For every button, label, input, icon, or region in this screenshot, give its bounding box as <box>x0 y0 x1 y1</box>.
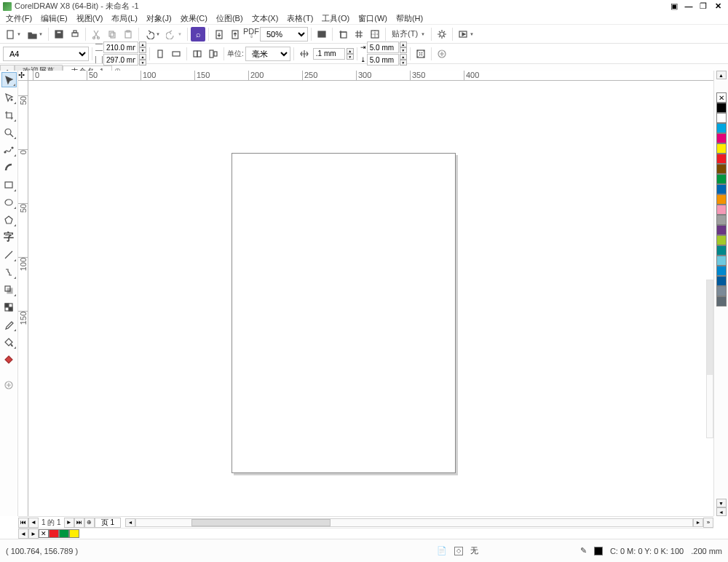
options-button[interactable] <box>435 27 449 41</box>
print-button[interactable] <box>68 27 82 41</box>
menu-item[interactable]: 视图(V) <box>72 13 108 24</box>
doc-palette-left[interactable]: ◄ <box>18 529 28 539</box>
menu-item[interactable]: 表格(T) <box>282 13 317 24</box>
overflow-icon[interactable]: ▣ <box>667 1 681 12</box>
cut-button[interactable] <box>89 27 103 41</box>
menu-item[interactable]: 窗口(W) <box>354 13 392 24</box>
search-content-button[interactable]: ⌕ <box>191 27 205 41</box>
menu-item[interactable]: 文本(X) <box>248 13 283 24</box>
no-color-swatch-2[interactable]: ✕ <box>39 529 49 538</box>
save-button[interactable] <box>52 27 66 41</box>
artistic-media-tool[interactable] <box>1 159 17 175</box>
color-swatch[interactable] <box>716 205 727 215</box>
quick-customize-button[interactable] <box>1 377 17 392</box>
minimize-button[interactable]: — <box>681 1 696 12</box>
color-swatch[interactable] <box>716 276 727 286</box>
show-rulers-button[interactable] <box>336 27 350 41</box>
new-button[interactable]: ▼ <box>3 27 23 41</box>
menu-item[interactable]: 帮助(H) <box>392 13 427 24</box>
page-size-select[interactable]: A4 <box>3 47 89 61</box>
ellipse-tool[interactable] <box>1 194 17 210</box>
color-swatch[interactable] <box>716 133 727 143</box>
menu-item[interactable]: 编辑(E) <box>36 13 72 24</box>
nudge-input[interactable] <box>313 48 345 60</box>
connector-tool[interactable] <box>1 264 17 280</box>
dup-y-input[interactable] <box>367 54 399 66</box>
zoom-tool[interactable] <box>1 124 17 140</box>
shape-tool[interactable] <box>1 90 17 105</box>
color-swatch[interactable] <box>716 286 727 296</box>
menu-item[interactable]: 对象(J) <box>142 13 176 24</box>
polygon-tool[interactable] <box>1 212 17 227</box>
page-prev-button[interactable]: ◄ <box>28 518 39 528</box>
outline-color-icon[interactable]: ✎ <box>580 546 587 555</box>
pick-tool[interactable] <box>1 72 17 87</box>
doc-color-swatch[interactable] <box>59 529 69 538</box>
launch-app-button[interactable]: ▼ <box>456 27 476 41</box>
horizontal-scrollbar[interactable]: ◄► <box>125 518 703 528</box>
add-page-button[interactable]: ⊕ <box>84 518 95 528</box>
color-swatch[interactable] <box>716 154 727 164</box>
color-swatch[interactable] <box>716 296 727 306</box>
undo-button[interactable]: ▼ <box>142 27 162 41</box>
color-swatch[interactable] <box>716 164 727 174</box>
color-swatch[interactable] <box>716 113 727 123</box>
maximize-button[interactable]: ❐ <box>696 1 711 12</box>
publish-pdf-button[interactable]: PDF⇩ <box>244 27 258 41</box>
page-first-button[interactable]: ⏮ <box>18 518 28 528</box>
units-select[interactable]: 毫米 <box>245 47 290 61</box>
smart-fill-tool[interactable] <box>1 352 17 367</box>
crop-tool[interactable] <box>1 107 17 122</box>
drop-shadow-tool[interactable] <box>1 282 17 297</box>
horizontal-ruler[interactable]: 050100150200250300350400 <box>18 71 713 81</box>
dup-x-spinner[interactable]: ▲▼ <box>400 41 407 53</box>
menu-item[interactable]: 布局(L) <box>107 13 141 24</box>
close-button[interactable]: ✕ <box>711 1 725 12</box>
no-color-swatch[interactable] <box>716 92 727 103</box>
doc-palette-right[interactable]: ► <box>28 529 39 539</box>
paste-button[interactable] <box>121 27 135 41</box>
color-swatch[interactable] <box>716 215 727 225</box>
color-swatch[interactable] <box>716 174 727 184</box>
ruler-origin[interactable]: ✢ <box>18 71 28 81</box>
color-swatch[interactable] <box>716 235 727 245</box>
export-button[interactable] <box>228 27 242 41</box>
all-pages-button[interactable] <box>190 47 205 61</box>
color-swatch[interactable] <box>716 266 727 276</box>
snap-to-button[interactable]: 贴齐(T)▼ <box>389 27 428 41</box>
parallel-dimension-tool[interactable] <box>1 247 17 262</box>
redo-button[interactable]: ▼ <box>164 27 184 41</box>
height-spinner[interactable]: ▲▼ <box>139 54 146 66</box>
outline-swatch[interactable] <box>594 547 603 555</box>
page-width-input[interactable] <box>103 41 138 53</box>
portrait-button[interactable] <box>153 47 167 61</box>
palette-flyout-button[interactable]: ◄ <box>716 507 727 516</box>
treat-as-filled-button[interactable] <box>414 47 428 61</box>
palette-scroll-down[interactable]: ▼ <box>716 499 727 507</box>
color-swatch[interactable] <box>716 256 727 266</box>
show-grid-button[interactable] <box>352 27 366 41</box>
open-button[interactable]: ▼ <box>25 27 45 41</box>
show-guides-button[interactable] <box>368 27 382 41</box>
vertical-ruler[interactable]: 50050100150 <box>18 81 28 516</box>
text-tool[interactable]: 字 <box>1 229 17 245</box>
menu-item[interactable]: 位图(B) <box>212 13 248 24</box>
doc-color-swatch[interactable] <box>49 529 59 538</box>
dup-y-spinner[interactable]: ▲▼ <box>400 54 407 66</box>
page-tab-1[interactable]: 页 1 <box>95 518 121 528</box>
nudge-spinner[interactable]: ▲▼ <box>347 48 354 60</box>
color-swatch[interactable] <box>716 245 727 256</box>
current-page-button[interactable] <box>206 47 221 61</box>
interactive-fill-tool[interactable] <box>1 334 17 349</box>
page-last-button[interactable]: ⏭ <box>74 518 84 528</box>
add-preset-button[interactable] <box>435 47 449 61</box>
dup-x-input[interactable] <box>367 41 399 53</box>
doc-color-swatch[interactable] <box>69 529 79 538</box>
menu-item[interactable]: 工具(O) <box>317 13 354 24</box>
page-height-input[interactable] <box>103 54 138 66</box>
menu-item[interactable]: 文件(F) <box>1 13 36 24</box>
drawing-canvas[interactable] <box>28 81 713 516</box>
menu-item[interactable]: 效果(C) <box>176 13 212 24</box>
nav-right-button[interactable]: » <box>703 518 713 528</box>
copy-button[interactable] <box>105 27 119 41</box>
